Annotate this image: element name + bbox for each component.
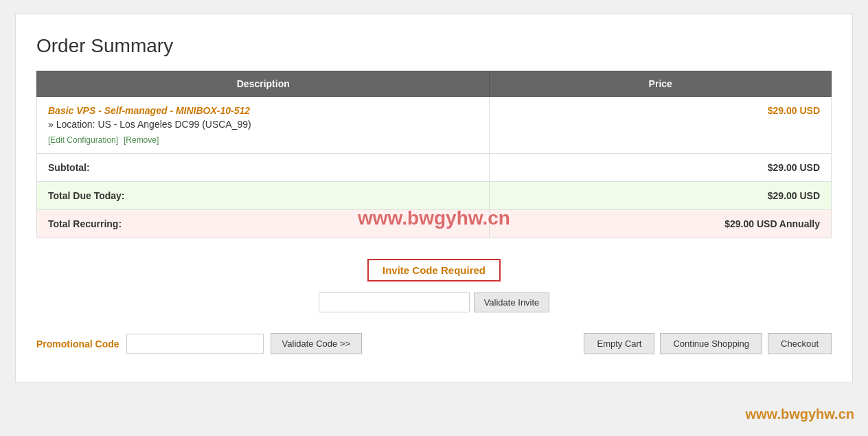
invite-section: Invite Code Required Validate Invite — [36, 259, 832, 312]
page-wrapper: Order Summary Description Price Basic VP… — [15, 14, 853, 382]
item-description: Basic VPS - Self-managed - MINIBOX-10-51… — [37, 97, 490, 154]
promo-label: Promotional Code — [36, 339, 119, 349]
recurring-row: Total Recurring: $29.00 USD Annually — [37, 210, 832, 238]
subtotal-row: Subtotal: $29.00 USD — [37, 154, 832, 182]
remove-link[interactable]: [Remove] — [124, 135, 159, 145]
item-actions: [Edit Configuration] [Remove] — [48, 134, 478, 145]
invite-input-row: Validate Invite — [36, 292, 832, 312]
item-location: » Location: US - Los Angeles DC99 (USCA_… — [48, 119, 478, 130]
edit-config-link[interactable]: [Edit Configuration] — [48, 135, 118, 145]
bottom-bar: Promotional Code Validate Code >> Empty … — [36, 333, 832, 354]
col-price: Price — [490, 71, 832, 97]
total-due-value: $29.00 USD — [490, 182, 832, 210]
recurring-label: Total Recurring: — [37, 210, 490, 238]
validate-code-button[interactable]: Validate Code >> — [271, 333, 363, 354]
item-price: $29.00 USD — [490, 97, 832, 154]
subtotal-label: Subtotal: — [37, 154, 490, 182]
invite-code-input[interactable] — [319, 292, 470, 312]
promo-code-input[interactable] — [126, 334, 264, 354]
table-row: Basic VPS - Self-managed - MINIBOX-10-51… — [37, 97, 832, 154]
subtotal-value: $29.00 USD — [490, 154, 832, 182]
total-due-label: Total Due Today: — [37, 182, 490, 210]
item-name: Basic VPS - Self-managed - MINIBOX-10-51… — [48, 105, 478, 116]
total-due-row: Total Due Today: $29.00 USD — [37, 182, 832, 210]
right-buttons: Empty Cart Continue Shopping Checkout — [584, 333, 832, 354]
continue-shopping-button[interactable]: Continue Shopping — [660, 333, 762, 354]
invite-code-required: Invite Code Required — [367, 259, 501, 282]
order-table: Description Price Basic VPS - Self-manag… — [36, 71, 832, 238]
validate-invite-button[interactable]: Validate Invite — [474, 292, 550, 312]
page-title: Order Summary — [36, 35, 832, 57]
checkout-button[interactable]: Checkout — [768, 333, 832, 354]
col-description: Description — [37, 71, 490, 97]
recurring-value: $29.00 USD Annually — [490, 210, 832, 238]
empty-cart-button[interactable]: Empty Cart — [584, 333, 654, 354]
